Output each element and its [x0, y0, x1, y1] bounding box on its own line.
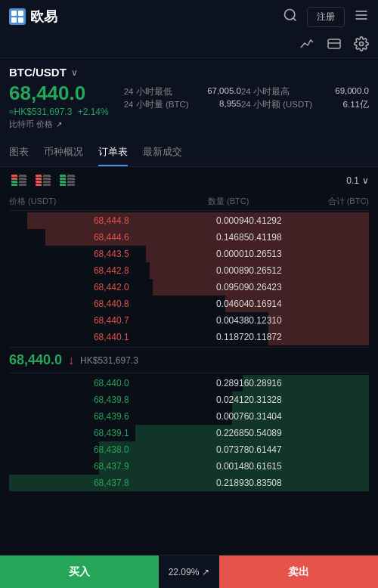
sell-qty: 0.09509 — [129, 282, 249, 292]
svg-rect-16 — [19, 175, 26, 177]
svg-rect-22 — [36, 181, 42, 183]
bottom-pct: 22.09% ↗ — [159, 556, 219, 588]
register-button[interactable]: 注册 — [307, 7, 345, 27]
buy-total: 0.83508 — [249, 478, 369, 488]
buy-price[interactable]: 68,437.8 — [9, 478, 129, 488]
sell-price[interactable]: 68,444.8 — [9, 215, 129, 226]
buy-price[interactable]: 68,440.0 — [9, 378, 129, 388]
sell-total: 0.41292 — [249, 215, 369, 226]
sell-order-row: 68,440.7 0.00438 0.12310 — [9, 312, 369, 329]
ticker-stats: 24 小时最低 67,005.0 24 小时最高 69,000.0 24 小时量… — [124, 66, 369, 130]
search-icon[interactable] — [283, 8, 298, 26]
menu-icon[interactable] — [354, 8, 369, 26]
tab-trades[interactable]: 最新成交 — [143, 138, 182, 166]
stat-val-0: 67,005.0 — [207, 86, 241, 97]
tab-chart[interactable]: 图表 — [9, 138, 29, 166]
sell-price[interactable]: 68,444.6 — [9, 232, 129, 243]
svg-rect-2 — [11, 17, 17, 23]
svg-rect-31 — [60, 184, 66, 186]
mid-price-direction-icon: ↓ — [68, 354, 74, 367]
pct-icon: ↗ — [202, 567, 209, 577]
sell-price[interactable]: 68,443.5 — [9, 249, 129, 259]
sell-price[interactable]: 68,442.0 — [9, 282, 129, 292]
card-icon[interactable] — [327, 37, 342, 54]
hk-price-row: ≈HK$531,697.3 +2.14% — [9, 107, 109, 117]
svg-rect-20 — [36, 175, 42, 177]
buy-total: 0.28916 — [249, 378, 369, 388]
buy-qty: 0.00148 — [129, 461, 249, 472]
buy-price[interactable]: 68,438.0 — [9, 444, 129, 455]
svg-rect-15 — [11, 184, 17, 186]
sell-qty: 0.00094 — [129, 215, 249, 226]
svg-rect-23 — [36, 184, 42, 186]
svg-rect-29 — [60, 178, 66, 180]
svg-point-4 — [285, 9, 295, 19]
svg-rect-1 — [18, 11, 23, 16]
svg-rect-27 — [43, 184, 51, 186]
buy-qty: 0.22685 — [129, 428, 249, 438]
svg-rect-21 — [36, 178, 42, 180]
ob-table-header: 价格 (USDT) 数量 (BTC) 合计 (BTC) — [9, 194, 369, 211]
buy-price[interactable]: 68,439.8 — [9, 395, 129, 405]
svg-rect-14 — [11, 181, 17, 183]
buy-price[interactable]: 68,437.9 — [9, 461, 129, 472]
pair-name: BTC/USDT — [9, 66, 67, 79]
svg-line-5 — [293, 17, 296, 20]
buy-total: 0.31328 — [249, 395, 369, 405]
price-label: 比特币 价格 ↗ — [9, 119, 109, 130]
buy-order-row: 68,439.1 0.22685 0.54089 — [9, 425, 369, 441]
buy-qty: 0.07378 — [129, 444, 249, 455]
chart-line-icon[interactable] — [299, 37, 314, 54]
ob-decimals-value: 0.1 — [346, 175, 359, 186]
logo-icon — [9, 8, 26, 25]
bottom-bar: 买入 22.09% ↗ 卖出 — [0, 555, 378, 588]
external-link-icon[interactable]: ↗ — [56, 120, 62, 128]
settings-icon[interactable] — [354, 36, 369, 54]
buy-qty: 0.21893 — [129, 478, 249, 488]
col-total: 合计 (BTC) — [249, 196, 369, 207]
buy-price[interactable]: 68,439.1 — [9, 428, 129, 438]
ob-view-both[interactable] — [9, 173, 29, 188]
header-right: 注册 — [283, 7, 369, 27]
ob-view-sell[interactable] — [33, 173, 53, 188]
tab-orderbook[interactable]: 订单表 — [98, 138, 128, 166]
sell-price[interactable]: 68,442.8 — [9, 265, 129, 276]
svg-rect-25 — [43, 178, 51, 180]
pair-dropdown-icon[interactable]: ∨ — [71, 67, 78, 78]
buy-button[interactable]: 买入 — [0, 556, 159, 588]
sell-order-row: 68,440.8 0.04604 0.16914 — [9, 296, 369, 312]
ob-decimals-selector[interactable]: 0.1 ∨ — [346, 175, 369, 186]
pct-value: 22.09% — [169, 567, 200, 577]
sell-price[interactable]: 68,440.7 — [9, 315, 129, 326]
buy-total: 0.31404 — [249, 411, 369, 422]
sell-total: 0.26512 — [249, 265, 369, 276]
main-price: 68,440.0 — [9, 82, 109, 105]
svg-rect-26 — [43, 181, 51, 183]
stat-row-3: 24 小时额 (USDT) 6.11亿 — [241, 99, 369, 110]
ob-view-buy[interactable] — [57, 173, 77, 188]
sell-total: 0.41198 — [249, 232, 369, 243]
buy-order-row: 68,437.9 0.00148 0.61615 — [9, 458, 369, 475]
sell-qty: 0.00001 — [129, 249, 249, 259]
buy-total: 0.54089 — [249, 428, 369, 438]
ticker-left: BTC/USDT ∨ 68,440.0 ≈HK$531,697.3 +2.14%… — [9, 66, 109, 130]
col-qty: 数量 (BTC) — [129, 196, 249, 207]
sub-header — [0, 33, 378, 58]
orderbook: 0.1 ∨ 价格 (USDT) 数量 (BTC) 合计 (BTC) 68,444… — [0, 167, 378, 497]
sell-order-row: 68,442.0 0.09509 0.26423 — [9, 279, 369, 296]
sell-button[interactable]: 卖出 — [219, 556, 378, 588]
sell-orders: 68,444.8 0.00094 0.41292 68,444.6 0.1468… — [9, 212, 369, 345]
stat-row-1: 24 小时最高 69,000.0 — [241, 86, 369, 97]
sell-price[interactable]: 68,440.1 — [9, 332, 129, 342]
sell-order-row: 68,444.6 0.14685 0.41198 — [9, 229, 369, 246]
buy-order-row: 68,439.6 0.00076 0.31404 — [9, 408, 369, 425]
svg-rect-30 — [60, 181, 66, 183]
sell-order-row: 68,444.8 0.00094 0.41292 — [9, 212, 369, 229]
tab-overview[interactable]: 币种概况 — [44, 138, 83, 166]
ob-decimals-chevron: ∨ — [362, 175, 369, 186]
sell-price[interactable]: 68,440.8 — [9, 299, 129, 309]
buy-order-row: 68,440.0 0.28916 0.28916 — [9, 375, 369, 391]
ticker-section: BTC/USDT ∨ 68,440.0 ≈HK$531,697.3 +2.14%… — [0, 58, 378, 138]
svg-rect-13 — [11, 178, 17, 180]
buy-price[interactable]: 68,439.6 — [9, 411, 129, 422]
